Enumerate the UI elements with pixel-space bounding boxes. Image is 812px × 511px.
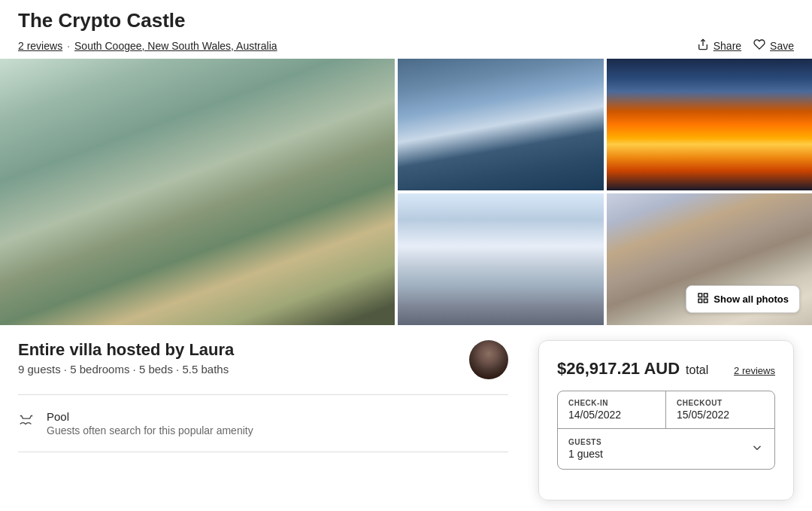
share-label: Share	[714, 40, 741, 52]
listing-left: Entire villa hosted by Laura 9 guests · …	[18, 340, 508, 500]
page-header: The Crypto Castle 2 reviews · South Coog…	[0, 0, 812, 59]
guests-label: GUESTS	[568, 438, 603, 446]
checkout-value: 15/05/2022	[677, 409, 764, 421]
price-row: $26,917.21 AUD total 2 reviews	[557, 359, 775, 379]
photo-main[interactable]	[0, 59, 395, 325]
checkin-value: 14/05/2022	[568, 409, 655, 421]
photo-bot-right[interactable]: Show all photos	[607, 193, 812, 325]
price-amount: $26,917.21 AUD	[557, 359, 680, 379]
listing-info: Entire villa hosted by Laura 9 guests · …	[18, 340, 234, 376]
svg-rect-2	[704, 294, 708, 297]
guests-row[interactable]: GUESTS 1 guest	[558, 429, 774, 469]
host-avatar-image	[469, 340, 508, 379]
location-link[interactable]: South Coogee, New South Wales, Australia	[74, 40, 277, 52]
save-button[interactable]: Save	[753, 38, 794, 53]
date-guests-grid: CHECK-IN 14/05/2022 CHECKOUT 15/05/2022 …	[557, 391, 775, 470]
guests-value: 1 guest	[568, 448, 603, 460]
page-title: The Crypto Castle	[18, 9, 794, 32]
reviews-link[interactable]: 2 reviews	[18, 40, 62, 52]
price-total-label: total	[686, 363, 708, 377]
guests-info: GUESTS 1 guest	[568, 438, 603, 460]
listing-title-row: Entire villa hosted by Laura 9 guests · …	[18, 340, 508, 395]
listing-body: Entire villa hosted by Laura 9 guests · …	[0, 340, 812, 511]
heart-icon	[753, 38, 765, 53]
meta-actions: Share Save	[697, 38, 794, 53]
chevron-down-icon	[750, 441, 764, 458]
checkout-label: CHECKOUT	[677, 399, 764, 407]
meta-dot: ·	[67, 40, 70, 52]
photo-grid: Show all photos	[0, 59, 812, 325]
photo-bot-mid[interactable]	[398, 193, 603, 325]
show-all-photos-button[interactable]: Show all photos	[686, 285, 800, 313]
checkin-cell[interactable]: CHECK-IN 14/05/2022	[558, 391, 666, 429]
date-row: CHECK-IN 14/05/2022 CHECKOUT 15/05/2022	[558, 391, 774, 429]
photo-top-mid[interactable]	[398, 59, 603, 190]
amenity-pool-desc: Guests often search for this popular ame…	[47, 424, 253, 436]
share-button[interactable]: Share	[697, 38, 741, 53]
pool-icon	[18, 412, 35, 433]
photo-top-right[interactable]	[607, 59, 812, 190]
amenity-pool: Pool Guests often search for this popula…	[18, 395, 508, 452]
checkout-cell[interactable]: CHECKOUT 15/05/2022	[666, 391, 774, 429]
booking-card: $26,917.21 AUD total 2 reviews CHECK-IN …	[538, 340, 794, 500]
svg-rect-3	[698, 299, 702, 303]
svg-rect-1	[698, 294, 702, 297]
amenity-pool-title: Pool	[47, 410, 253, 423]
share-icon	[697, 38, 709, 53]
show-all-photos-label: Show all photos	[714, 294, 789, 305]
amenity-pool-text: Pool Guests often search for this popula…	[47, 410, 253, 436]
save-label: Save	[770, 40, 794, 52]
header-meta: 2 reviews · South Coogee, New South Wale…	[18, 38, 794, 53]
listing-title: Entire villa hosted by Laura	[18, 340, 234, 360]
grid-icon	[697, 292, 709, 306]
checkin-label: CHECK-IN	[568, 399, 655, 407]
svg-rect-4	[704, 299, 708, 303]
listing-subtitle: 9 guests · 5 bedrooms · 5 beds · 5.5 bat…	[18, 363, 234, 376]
host-avatar[interactable]	[469, 340, 508, 379]
booking-reviews-link[interactable]: 2 reviews	[734, 365, 775, 376]
meta-left: 2 reviews · South Coogee, New South Wale…	[18, 40, 277, 52]
